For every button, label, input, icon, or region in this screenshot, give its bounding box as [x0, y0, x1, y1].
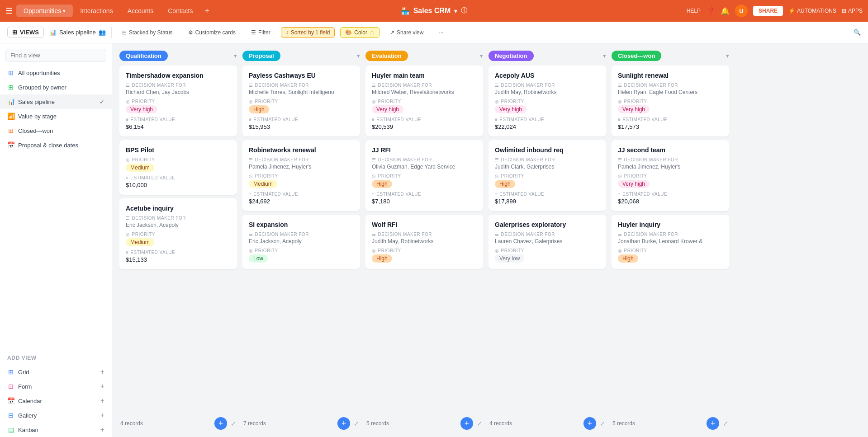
- priority-icon: ◎: [495, 99, 499, 104]
- stage-badge-closed-won[interactable]: Closed—won: [612, 51, 661, 61]
- nav-tab-contacts[interactable]: Contacts: [161, 5, 200, 17]
- card-closed-won-2[interactable]: Huyler inquiry ☰ DECISION MAKER FOR Jona…: [612, 215, 729, 269]
- sidebar-item-closed-won[interactable]: ⊞ Closed—won: [0, 123, 112, 138]
- card-evaluation-2[interactable]: Wolf RFI ☰ DECISION MAKER FOR Judith May…: [365, 215, 483, 269]
- card-negotiation-2[interactable]: Galerprises exploratory ☰ DECISION MAKER…: [489, 215, 606, 269]
- sidebar-item-sales-pipeline[interactable]: 📊 Sales pipeline ✓: [0, 94, 112, 109]
- priority-value-negotiation-0: Very high: [495, 105, 600, 113]
- user-avatar[interactable]: U: [735, 5, 748, 17]
- dm-icon: ☰: [372, 232, 376, 237]
- nav-tab-accounts[interactable]: Accounts: [120, 5, 161, 17]
- ev-label-evaluation-1: ≡ ESTIMATED VALUE: [372, 192, 477, 197]
- add-card-button-closed-won[interactable]: +: [707, 417, 719, 430]
- expand-button-evaluation[interactable]: ⤢: [477, 420, 482, 427]
- color-label: Color: [354, 29, 367, 36]
- card-closed-won-0[interactable]: Sunlight renewal ☰ DECISION MAKER FOR He…: [612, 66, 729, 136]
- nav-tabs: Opportunities ▾ Interactions Accounts Co…: [16, 5, 214, 17]
- help-icon[interactable]: ❓: [706, 7, 715, 15]
- sidebar-add-grid[interactable]: ⊞ Grid +: [0, 365, 112, 379]
- nav-tab-interactions[interactable]: Interactions: [73, 5, 120, 17]
- card-negotiation-1[interactable]: Owlimited inbound req ☰ DECISION MAKER F…: [489, 140, 606, 211]
- priority-value-closed-won-1: Very high: [618, 180, 723, 188]
- ev-value-qualification-2: $15,133: [126, 256, 231, 263]
- sidebar-add-gallery[interactable]: ⊟ Gallery +: [0, 408, 112, 423]
- card-proposal-2[interactable]: SI expansion ☰ DECISION MAKER FOR Eric J…: [242, 215, 360, 269]
- color-button[interactable]: 🎨 Color ⚠: [340, 27, 379, 38]
- add-card-button-negotiation[interactable]: +: [583, 417, 596, 430]
- automations-button[interactable]: ⚡ AUTOMATIONS: [788, 8, 836, 14]
- expand-button-proposal[interactable]: ⤢: [354, 420, 359, 427]
- sidebar-add-kanban[interactable]: ▤ Kanban +: [0, 423, 112, 437]
- share-button[interactable]: SHARE: [753, 6, 783, 16]
- priority-label-closed-won-0: ◎ PRIORITY: [618, 99, 723, 104]
- sidebar-item-grouped-by-owner[interactable]: ⊞ Grouped by owner: [0, 80, 112, 94]
- stage-badge-negotiation[interactable]: Negotiation: [489, 51, 534, 61]
- sidebar-item-all-opportunities[interactable]: ⊞ All opportunities: [0, 66, 112, 80]
- add-card-button-evaluation[interactable]: +: [460, 417, 473, 430]
- card-qualification-0[interactable]: Timbershadow expansion ☰ DECISION MAKER …: [119, 66, 237, 136]
- more-button[interactable]: ···: [434, 27, 448, 38]
- stage-badge-qualification[interactable]: Qualification: [119, 51, 168, 61]
- sidebar: ⊞ All opportunities ⊞ Grouped by owner 📊…: [0, 43, 112, 437]
- share-view-button[interactable]: ↗ Share view: [385, 27, 428, 38]
- card-negotiation-0[interactable]: Acepoly AUS ☰ DECISION MAKER FOR Judith …: [489, 66, 606, 136]
- ev-icon: ≡: [495, 192, 498, 197]
- expand-button-negotiation[interactable]: ⤢: [600, 420, 605, 427]
- add-card-button-proposal[interactable]: +: [337, 417, 350, 430]
- priority-value-negotiation-1: High: [495, 180, 600, 188]
- sorted-button[interactable]: ↕ Sorted by 1 field: [281, 27, 335, 38]
- ev-icon: ≡: [249, 117, 251, 122]
- column-footer-negotiation: 4 records+⤢: [489, 417, 606, 430]
- column-chevron-evaluation[interactable]: ▾: [480, 52, 483, 59]
- dm-value-closed-won-1: Pamela Jimenez, Huyler's: [618, 164, 723, 170]
- card-qualification-2[interactable]: Acetube inquiry ☰ DECISION MAKER FOR Eri…: [119, 198, 237, 269]
- priority-label-negotiation-1: ◎ PRIORITY: [495, 174, 600, 179]
- toolbar-search-icon[interactable]: 🔍: [854, 29, 861, 36]
- nav-tab-opportunities[interactable]: Opportunities ▾: [16, 5, 73, 17]
- card-proposal-1[interactable]: Robinetworks renewal ☰ DECISION MAKER FO…: [242, 140, 360, 211]
- add-card-button-qualification[interactable]: +: [214, 417, 227, 430]
- hamburger-icon[interactable]: ☰: [5, 6, 13, 16]
- sidebar-search-input[interactable]: [5, 49, 106, 62]
- sidebar-add-form[interactable]: ⊡ Form +: [0, 379, 112, 394]
- column-chevron-proposal[interactable]: ▾: [357, 52, 360, 59]
- sidebar-item-value-by-stage[interactable]: 📶 Value by stage: [0, 109, 112, 123]
- customize-icon: ⚙: [188, 29, 193, 36]
- card-proposal-0[interactable]: Payless Cashways EU ☰ DECISION MAKER FOR…: [242, 66, 360, 136]
- sidebar-item-proposal-close-dates[interactable]: 📅 Proposal & close dates: [0, 138, 112, 152]
- dm-value-evaluation-2: Judith May, Robinetworks: [372, 238, 477, 244]
- pipeline-users-icon: 👥: [99, 29, 106, 36]
- stage-badge-evaluation[interactable]: Evaluation: [365, 51, 408, 61]
- app-info-icon[interactable]: ⓘ: [461, 7, 467, 15]
- priority-label-closed-won-1: ◎ PRIORITY: [618, 174, 723, 179]
- column-chevron-closed-won[interactable]: ▾: [726, 52, 729, 59]
- dm-icon: ☰: [495, 157, 499, 162]
- customize-button[interactable]: ⚙ Customize cards: [183, 27, 241, 38]
- dm-icon: ☰: [618, 157, 622, 162]
- filter-button[interactable]: ☰ Filter: [246, 27, 275, 38]
- pipeline-button[interactable]: 📊 Sales pipeline 👥: [49, 29, 106, 36]
- card-evaluation-0[interactable]: Huyler main team ☰ DECISION MAKER FOR Mi…: [365, 66, 483, 136]
- card-title-qualification-1: BPS Pilot: [126, 146, 231, 154]
- stage-badge-proposal[interactable]: Proposal: [242, 51, 280, 61]
- sidebar-add-calendar[interactable]: 📅 Calendar +: [0, 394, 112, 408]
- column-chevron-qualification[interactable]: ▾: [234, 52, 237, 59]
- expand-button-closed-won[interactable]: ⤢: [723, 420, 728, 427]
- notifications-icon[interactable]: 🔔: [721, 7, 730, 15]
- add-kanban-label: Kanban: [18, 427, 38, 433]
- app-dropdown-icon[interactable]: ▾: [454, 8, 457, 14]
- card-title-negotiation-2: Galerprises exploratory: [495, 221, 600, 228]
- column-chevron-negotiation[interactable]: ▾: [603, 52, 606, 59]
- stacked-button[interactable]: ⊟ Stacked by Status: [117, 27, 178, 38]
- card-evaluation-1[interactable]: JJ RFI ☰ DECISION MAKER FOR Olivia Guzma…: [365, 140, 483, 211]
- card-closed-won-1[interactable]: JJ second team ☰ DECISION MAKER FOR Pame…: [612, 140, 729, 211]
- priority-label-negotiation-0: ◎ PRIORITY: [495, 99, 600, 104]
- apps-button[interactable]: ⊞ APPS: [842, 8, 863, 14]
- ev-icon: ≡: [372, 117, 375, 122]
- views-button[interactable]: ⊞ VIEWS: [7, 27, 44, 38]
- card-qualification-1[interactable]: BPS Pilot ◎ PRIORITY Medium ≡ ESTIMATED …: [119, 140, 237, 195]
- help-label[interactable]: HELP: [687, 8, 701, 14]
- expand-button-qualification[interactable]: ⤢: [231, 420, 236, 427]
- nav-tab-add[interactable]: +: [200, 5, 214, 17]
- priority-value-proposal-2: Low: [249, 254, 354, 263]
